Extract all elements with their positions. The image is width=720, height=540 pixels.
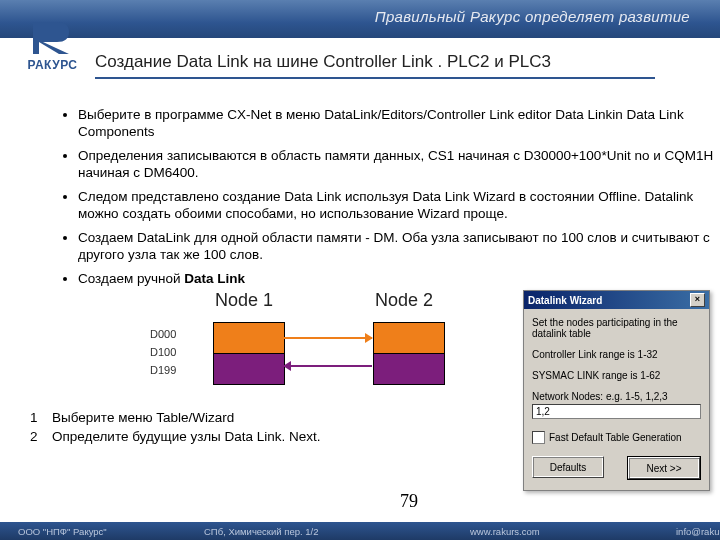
footer-site: www.rakurs.com [452, 526, 658, 537]
top-banner: Правильный Ракурс определяет развитие [0, 0, 720, 38]
footer-address: СПб, Химический пер. 1/2 [186, 526, 452, 537]
banner-slogan: Правильный Ракурс определяет развитие [375, 8, 690, 25]
arrow-left-icon [284, 365, 372, 367]
address-labels: D000 D100 D199 [150, 325, 176, 379]
step-item: 2Определите будущие узлы Data Link. Next… [30, 429, 321, 444]
dialog-range-cl: Controller Link range is 1-32 [532, 349, 701, 360]
datalink-wizard-dialog: Datalink Wizard × Set the nodes particip… [523, 290, 710, 491]
node2-read-block [373, 322, 445, 354]
node2-label: Node 2 [375, 290, 433, 311]
bullet-item: Создаем DataLink для одной области памят… [78, 229, 718, 264]
addr-d000: D000 [150, 325, 176, 343]
dialog-title-text: Datalink Wizard [528, 295, 602, 306]
logo-text: РАКУРС [10, 58, 95, 72]
checkbox-label: Fast Default Table Generation [549, 432, 682, 443]
footer: ООО "НПФ" Ракурс" СПб, Химический пер. 1… [0, 522, 720, 540]
dialog-range-sysmac: SYSMAC LINK range is 1-62 [532, 370, 701, 381]
logo: РАКУРС [10, 18, 95, 72]
dialog-body: Set the nodes participating in the datal… [524, 309, 709, 490]
close-icon[interactable]: × [690, 293, 705, 307]
addr-d199: D199 [150, 361, 176, 379]
page-number: 79 [400, 491, 418, 512]
page-title: Создание Data Link на шине Controller Li… [95, 52, 551, 72]
logo-icon [25, 18, 80, 56]
defaults-button[interactable]: Defaults [532, 456, 604, 478]
bullet-item: Следом представлено создание Data Link и… [78, 188, 718, 223]
steps-list: 1Выберите меню Table/Wizard 2Определите … [30, 410, 321, 448]
checkbox-icon[interactable] [532, 431, 545, 444]
datalink-diagram: Node 1 Node 2 D000 D100 D199 [140, 290, 520, 420]
node1-write-block [213, 322, 285, 354]
addr-d100: D100 [150, 343, 176, 361]
bullet-list: Выберите в программе CX-Net в меню DataL… [38, 106, 718, 294]
step-item: 1Выберите меню Table/Wizard [30, 410, 321, 425]
fast-default-checkbox[interactable]: Fast Default Table Generation [532, 431, 701, 444]
dialog-titlebar[interactable]: Datalink Wizard × [524, 291, 709, 309]
footer-mail: info@rakurs. [658, 526, 720, 537]
bullet-item: Определения записываются в область памят… [78, 147, 718, 182]
node1-label: Node 1 [215, 290, 273, 311]
arrow-right-icon [284, 337, 372, 339]
nodes-input-wrap [532, 404, 701, 419]
nodes-label: Network Nodes: e.g. 1-5, 1,2,3 [532, 391, 701, 402]
dialog-instruction: Set the nodes participating in the datal… [532, 317, 701, 339]
next-button[interactable]: Next >> [628, 457, 700, 479]
bullet-item: Выберите в программе CX-Net в меню DataL… [78, 106, 718, 141]
footer-org: ООО "НПФ" Ракурс" [0, 526, 186, 537]
network-nodes-input[interactable] [532, 404, 701, 419]
node2-write-block [373, 353, 445, 385]
node1-read-block [213, 353, 285, 385]
title-underline [95, 77, 655, 79]
bullet-item: Создаем ручной Data Link [78, 270, 718, 288]
